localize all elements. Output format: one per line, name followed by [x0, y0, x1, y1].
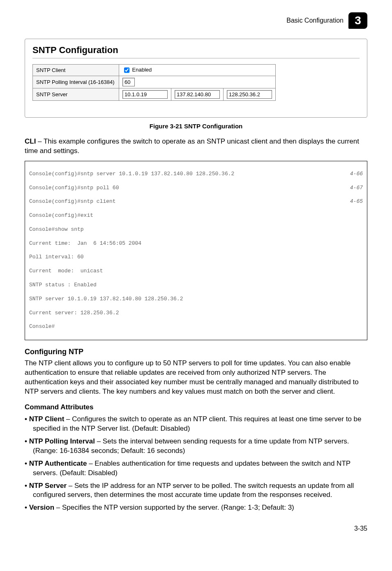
server-cell [119, 88, 171, 101]
configuring-ntp-heading: Configuring NTP [25, 348, 367, 356]
chapter-number: 3 [355, 14, 361, 27]
page-header: Basic Configuration 3 [25, 12, 367, 29]
code-ref: 4-67 [342, 185, 363, 192]
list-item: NTP Polling Interval – Sets the interval… [25, 437, 367, 456]
ntp-paragraph: The NTP client allows you to configure u… [25, 359, 367, 397]
attr-desc: – Specifies the NTP version supported by… [54, 504, 294, 511]
sntp-client-checkbox[interactable] [124, 67, 129, 73]
code-text: SNTP server 10.1.0.19 137.82.140.80 128.… [29, 296, 363, 303]
enabled-text: Enabled [131, 67, 152, 73]
code-text: Console(config)#sntp server 10.1.0.19 13… [29, 171, 234, 178]
cli-intro: CLI – This example configures the switch… [25, 137, 367, 156]
code-text: Console(config)#sntp client [29, 198, 116, 205]
attr-term: NTP Server [29, 482, 67, 490]
attribute-list: NTP Client – Configures the switch to op… [25, 415, 367, 513]
sntp-server-label: SNTP Server [33, 88, 119, 101]
table-row: SNTP Polling Interval (16-16384) [33, 76, 276, 88]
list-item: Version – Specifies the NTP version supp… [25, 503, 367, 513]
sntp-server-input-1[interactable] [122, 90, 168, 99]
page-number: 3-35 [25, 525, 367, 532]
command-attributes-heading: Command Attributes [25, 403, 367, 411]
code-text: Poll interval: 60 [29, 254, 363, 261]
figure-caption: Figure 3-21 SNTP Configuration [25, 123, 367, 130]
code-text: Current mode: unicast [29, 268, 363, 275]
sntp-config-panel: SNTP Configuration SNTP Client Enabled S… [25, 39, 367, 118]
attr-term: NTP Polling Interval [29, 437, 95, 445]
polling-interval-input[interactable] [122, 78, 135, 86]
cli-bold: CLI [25, 137, 36, 145]
attr-desc: – Configures the switch to operate as an… [33, 415, 362, 432]
table-row: SNTP Server [33, 88, 276, 101]
list-item: NTP Server – Sets the IP address for an … [25, 481, 367, 500]
code-text: Console#show sntp [29, 226, 363, 233]
sntp-server-input-2[interactable] [175, 90, 220, 99]
panel-title: SNTP Configuration [32, 45, 360, 56]
list-item: NTP Client – Configures the switch to op… [25, 415, 367, 434]
section-title: Basic Configuration [286, 17, 344, 24]
attr-term: Version [29, 504, 54, 511]
attr-term: NTP Client [29, 415, 65, 423]
attr-term: NTP Authenticate [29, 460, 87, 467]
cli-code-block: Console(config)#sntp server 10.1.0.19 13… [25, 161, 367, 340]
list-item: NTP Authenticate – Enables authenticatio… [25, 459, 367, 478]
code-text: Current server: 128.250.36.2 [29, 310, 363, 317]
sntp-client-label: SNTP Client [33, 65, 119, 76]
code-ref: 4-65 [342, 198, 363, 205]
code-text: Current time: Jan 6 14:56:05 2004 [29, 240, 363, 247]
sntp-form-table: SNTP Client Enabled SNTP Polling Interva… [32, 64, 276, 101]
sntp-client-cell: Enabled [119, 65, 276, 76]
server-cell [224, 88, 276, 101]
sntp-server-input-3[interactable] [227, 90, 272, 99]
code-text: Console(config)#sntp poll 60 [29, 185, 119, 192]
code-text: SNTP status : Enabled [29, 282, 363, 289]
cli-text: – This example configures the switch to … [25, 137, 359, 155]
table-row: SNTP Client Enabled [33, 65, 276, 76]
code-ref: 4-66 [342, 171, 363, 178]
code-text: Console# [29, 323, 363, 330]
polling-interval-cell [119, 76, 276, 88]
server-cell [171, 88, 224, 101]
divider [32, 58, 360, 58]
code-text: Console(config)#exit [29, 212, 363, 219]
attr-desc: – Sets the IP address for an NTP server … [33, 482, 354, 499]
polling-interval-label: SNTP Polling Interval (16-16384) [33, 76, 119, 88]
chapter-badge: 3 [348, 12, 367, 29]
